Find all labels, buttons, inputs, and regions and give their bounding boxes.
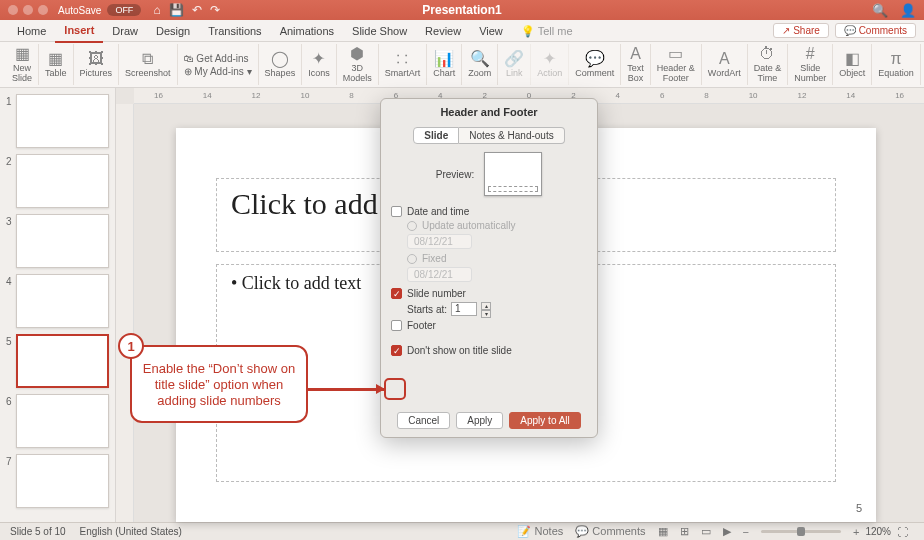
chart-button[interactable]: 📊Chart — [427, 44, 462, 85]
ribbon-tabs: Home Insert Draw Design Transitions Anim… — [0, 20, 924, 42]
slide-number-option[interactable]: ✓Slide number — [391, 288, 587, 299]
tab-slideshow[interactable]: Slide Show — [343, 20, 416, 42]
thumbnail-6[interactable]: 6 — [6, 394, 109, 448]
thumbnail-5[interactable]: 5 — [6, 334, 109, 388]
starts-at-stepper[interactable]: ▴▾ — [481, 302, 491, 316]
zoom-button[interactable]: 🔍Zoom — [462, 44, 498, 85]
action-button: ✦Action — [531, 44, 569, 85]
new-slide-button[interactable]: ▦New Slide — [6, 44, 39, 85]
starts-at-row: Starts at: 1 ▴▾ — [407, 302, 587, 316]
zoom-level[interactable]: 120% — [865, 526, 891, 537]
apply-button[interactable]: Apply — [456, 412, 503, 429]
tab-review[interactable]: Review — [416, 20, 470, 42]
dont-show-title-checkbox[interactable]: ✓ — [391, 345, 402, 356]
wordart-button[interactable]: AWordArt — [702, 44, 748, 85]
header-footer-button[interactable]: ▭Header & Footer — [651, 44, 702, 85]
dont-show-title-option[interactable]: ✓Don't show on title slide — [391, 345, 587, 356]
shapes-button[interactable]: ◯Shapes — [259, 44, 303, 85]
preview-thumbnail — [484, 152, 542, 196]
3d-models-button[interactable]: ⬢3D Models — [337, 44, 379, 85]
zoom-in-button[interactable]: + — [853, 526, 859, 538]
vertical-ruler — [116, 104, 134, 522]
date-time-checkbox[interactable] — [391, 206, 402, 217]
starts-at-input[interactable]: 1 — [451, 302, 477, 316]
screenshot-button[interactable]: ⧉Screenshot — [119, 44, 178, 85]
status-language[interactable]: English (United States) — [80, 526, 182, 537]
zoom-slider[interactable] — [761, 530, 841, 533]
tab-insert[interactable]: Insert — [55, 19, 103, 43]
icons-button[interactable]: ✦Icons — [302, 44, 337, 85]
tab-animations[interactable]: Animations — [271, 20, 343, 42]
thumbnail-2[interactable]: 2 — [6, 154, 109, 208]
get-addins-button[interactable]: 🛍 Get Add-ins — [184, 53, 252, 64]
slide-thumbnails[interactable]: 1 2 3 4 5 6 7 — [0, 88, 116, 522]
window-controls[interactable] — [8, 5, 48, 15]
normal-view-icon[interactable]: ▦ — [658, 525, 668, 538]
fixed-date-field: 08/12/21 — [407, 267, 472, 282]
update-auto-option: Update automatically — [407, 220, 587, 231]
tab-design[interactable]: Design — [147, 20, 199, 42]
slide-number-checkbox[interactable]: ✓ — [391, 288, 402, 299]
datetime-button[interactable]: ⏱Date & Time — [748, 44, 789, 85]
annotation-arrow — [308, 388, 384, 391]
slideshow-view-icon[interactable]: ▶ — [723, 525, 731, 538]
zoom-out-button[interactable]: − — [743, 526, 749, 538]
thumbnail-1[interactable]: 1 — [6, 94, 109, 148]
autosave-label: AutoSave — [58, 5, 101, 16]
cancel-button[interactable]: Cancel — [397, 412, 450, 429]
preview-label: Preview: — [436, 169, 474, 180]
annotation-text: Enable the “Don’t show on title slide” o… — [142, 361, 296, 409]
table-button[interactable]: ▦Table — [39, 44, 74, 85]
pictures-button[interactable]: 🖼Pictures — [74, 44, 120, 85]
starts-at-label: Starts at: — [407, 304, 447, 315]
comment-button[interactable]: 💬Comment — [569, 44, 621, 85]
autosave-toggle[interactable]: OFF — [107, 4, 141, 16]
tab-notes-handouts[interactable]: Notes & Hand-outs — [459, 127, 565, 144]
slidenumber-button[interactable]: #Slide Number — [788, 44, 833, 85]
tab-transitions[interactable]: Transitions — [199, 20, 270, 42]
user-icon[interactable]: 👤 — [900, 3, 916, 18]
tab-slide[interactable]: Slide — [413, 127, 459, 144]
smartart-button[interactable]: ⸬SmartArt — [379, 44, 428, 85]
tab-draw[interactable]: Draw — [103, 20, 147, 42]
reading-view-icon[interactable]: ▭ — [701, 525, 711, 538]
addins-group[interactable]: 🛍 Get Add-ins ⊕ My Add-ins ▾ — [178, 44, 259, 85]
dialog-title: Header and Footer — [381, 99, 597, 125]
search-icon[interactable]: 🔍 — [872, 3, 888, 18]
textbox-button[interactable]: AText Box — [621, 44, 651, 85]
status-slide-count: Slide 5 of 10 — [10, 526, 66, 537]
date-time-option[interactable]: Date and time — [391, 206, 587, 217]
ribbon: ▦New Slide ▦Table 🖼Pictures ⧉Screenshot … — [0, 42, 924, 88]
undo-icon[interactable]: ↶ — [192, 3, 202, 17]
home-icon[interactable]: ⌂ — [153, 3, 160, 17]
tab-home[interactable]: Home — [8, 20, 55, 42]
footer-checkbox[interactable] — [391, 320, 402, 331]
object-button[interactable]: ◧Object — [833, 44, 872, 85]
annotation-callout: 1 Enable the “Don’t show on title slide”… — [130, 345, 308, 423]
equation-button[interactable]: πEquation — [872, 44, 921, 85]
header-footer-dialog: Header and Footer Slide Notes & Hand-out… — [380, 98, 598, 438]
redo-icon[interactable]: ↷ — [210, 3, 220, 17]
fixed-option: Fixed — [407, 253, 587, 264]
share-button[interactable]: ↗ Share — [773, 23, 828, 38]
document-title: Presentation1 — [422, 3, 501, 17]
fit-to-window-icon[interactable]: ⛶ — [897, 526, 908, 538]
apply-all-button[interactable]: Apply to All — [509, 412, 580, 429]
thumbnail-4[interactable]: 4 — [6, 274, 109, 328]
tab-view[interactable]: View — [470, 20, 512, 42]
tab-tellme[interactable]: 💡 Tell me — [512, 20, 582, 42]
comments-status-button[interactable]: 💬 Comments — [575, 525, 645, 538]
thumbnail-7[interactable]: 7 — [6, 454, 109, 508]
titlebar: AutoSave OFF ⌂ 💾 ↶ ↷ Presentation1 🔍 👤 — [0, 0, 924, 20]
sorter-view-icon[interactable]: ⊞ — [680, 525, 689, 538]
slide-page-number: 5 — [856, 502, 862, 514]
save-icon[interactable]: 💾 — [169, 3, 184, 17]
status-bar: Slide 5 of 10 English (United States) 📝 … — [0, 522, 924, 540]
thumbnail-3[interactable]: 3 — [6, 214, 109, 268]
my-addins-button[interactable]: ⊕ My Add-ins ▾ — [184, 66, 252, 77]
annotation-number: 1 — [118, 333, 144, 359]
notes-button[interactable]: 📝 Notes — [517, 525, 563, 538]
footer-option[interactable]: Footer — [391, 320, 587, 331]
auto-date-field: 08/12/21 — [407, 234, 472, 249]
comments-button[interactable]: 💬 Comments — [835, 23, 916, 38]
